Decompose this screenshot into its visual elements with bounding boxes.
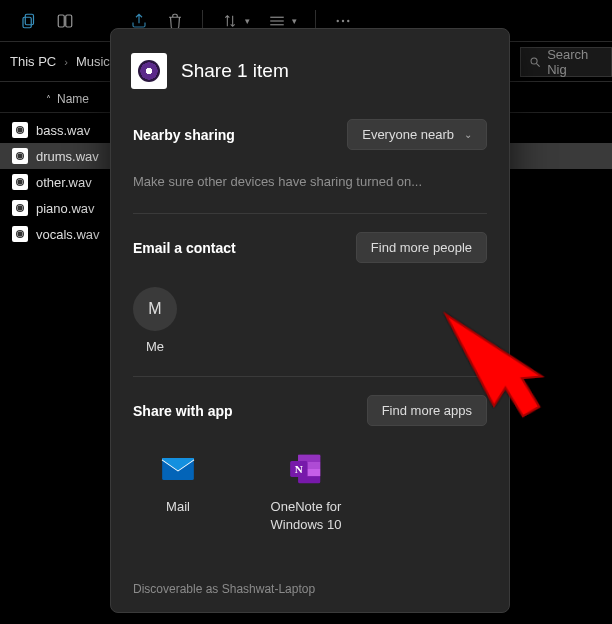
find-more-apps-button[interactable]: Find more apps — [367, 395, 487, 426]
two-pane-icon[interactable] — [56, 12, 74, 30]
svg-line-11 — [537, 63, 540, 66]
share-footer: Discoverable as Shashwat-Laptop — [111, 566, 509, 612]
svg-rect-14 — [298, 455, 320, 462]
app-item-onenote[interactable]: NOneNote for Windows 10 — [261, 450, 351, 533]
file-name: other.wav — [36, 175, 92, 190]
sort-asc-icon: ˄ — [46, 94, 51, 105]
breadcrumb-item[interactable]: This PC — [10, 54, 56, 69]
svg-point-8 — [342, 19, 344, 21]
media-file-icon — [131, 53, 167, 89]
nearby-hint: Make sure other devices have sharing tur… — [111, 156, 509, 213]
share-title: Share 1 item — [181, 60, 289, 82]
search-icon — [529, 55, 541, 69]
nearby-sharing-dropdown[interactable]: Everyone nearb ⌄ — [347, 119, 487, 150]
svg-point-10 — [531, 57, 537, 63]
audio-file-icon — [12, 148, 28, 164]
svg-point-7 — [337, 19, 339, 21]
column-name: Name — [57, 92, 89, 106]
chevron-down-icon: ▾ — [292, 16, 297, 26]
search-input[interactable]: Search Nig — [520, 47, 612, 77]
audio-file-icon — [12, 200, 28, 216]
contact-name: Me — [146, 339, 164, 354]
app-item-mail[interactable]: Mail — [133, 450, 223, 533]
dropdown-value: Everyone nearb — [362, 127, 454, 142]
svg-rect-0 — [25, 14, 33, 25]
find-more-people-button[interactable]: Find more people — [356, 232, 487, 263]
svg-text:N: N — [295, 463, 303, 475]
chevron-down-icon: ⌄ — [464, 129, 472, 140]
mail-icon — [159, 450, 197, 488]
button-label: Find more people — [371, 240, 472, 255]
contact-item[interactable]: MMe — [133, 287, 177, 354]
sort-icon[interactable] — [221, 12, 239, 30]
file-name: drums.wav — [36, 149, 99, 164]
audio-file-icon — [12, 226, 28, 242]
contacts-list: MMe — [111, 269, 509, 376]
svg-rect-3 — [66, 15, 72, 27]
svg-rect-1 — [23, 17, 31, 28]
app-label: OneNote for Windows 10 — [261, 498, 351, 533]
search-placeholder: Search Nig — [547, 47, 603, 77]
share-with-app-label: Share with app — [133, 403, 233, 419]
share-dialog: Share 1 item Nearby sharing Everyone nea… — [110, 28, 510, 613]
share-icon[interactable] — [130, 12, 148, 30]
button-label: Find more apps — [382, 403, 472, 418]
breadcrumb-item[interactable]: Music — [76, 54, 110, 69]
svg-point-9 — [347, 19, 349, 21]
share-header: Share 1 item — [111, 29, 509, 109]
file-name: bass.wav — [36, 123, 90, 138]
avatar: M — [133, 287, 177, 331]
more-icon[interactable] — [334, 12, 352, 30]
view-icon[interactable] — [268, 12, 286, 30]
audio-file-icon — [12, 122, 28, 138]
app-label: Mail — [166, 498, 190, 516]
svg-rect-2 — [58, 15, 64, 27]
audio-file-icon — [12, 174, 28, 190]
chevron-down-icon: ▾ — [245, 16, 250, 26]
copy-icon[interactable] — [20, 12, 38, 30]
apps-list: MailNOneNote for Windows 10 — [111, 432, 509, 543]
chevron-right-icon: › — [64, 56, 68, 68]
onenote-icon: N — [287, 450, 325, 488]
file-name: vocals.wav — [36, 227, 100, 242]
nearby-sharing-label: Nearby sharing — [133, 127, 235, 143]
email-contact-label: Email a contact — [133, 240, 236, 256]
file-name: piano.wav — [36, 201, 95, 216]
delete-icon[interactable] — [166, 12, 184, 30]
